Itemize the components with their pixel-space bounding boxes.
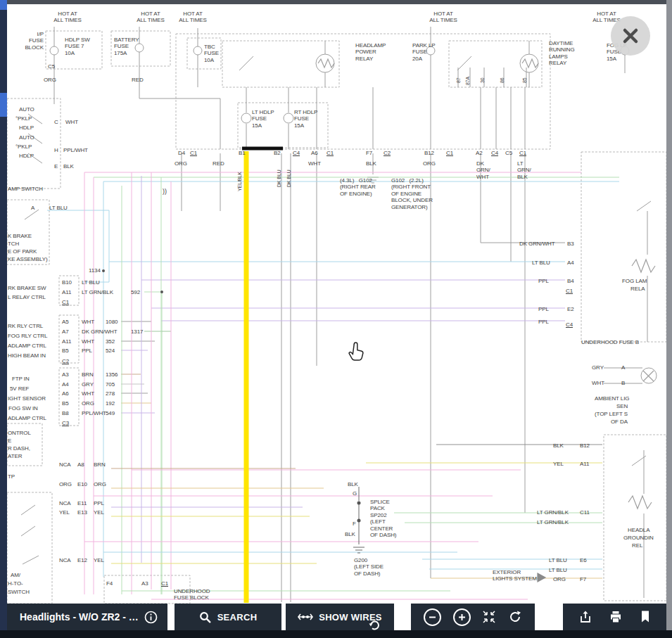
rotate-icon — [368, 619, 381, 632]
actions-segment — [563, 604, 666, 630]
reset-view-icon — [508, 610, 522, 624]
reset-view-button[interactable] — [508, 610, 522, 624]
window-frame-bottom — [0, 630, 672, 638]
search-icon — [199, 611, 211, 623]
zoom-in-button[interactable] — [453, 608, 471, 626]
rotate-button[interactable] — [368, 619, 381, 634]
bottom-toolbar: Headlights - W/O ZR2 - P... SEARCH — [7, 604, 666, 630]
zoom-in-icon — [458, 613, 466, 621]
app-window: HOT AT ALL TIMESHOT AT ALL TIMESHOT AT A… — [0, 0, 672, 638]
zoom-controls-segment — [411, 604, 535, 630]
window-frame-top — [0, 0, 672, 4]
diagram-title-segment: Headlights - W/O ZR2 - P... — [7, 604, 167, 630]
diagram-title: Headlights - W/O ZR2 - P... — [20, 611, 139, 623]
print-icon — [609, 610, 623, 624]
close-icon — [621, 27, 640, 45]
info-icon — [144, 611, 158, 624]
search-button[interactable]: SEARCH — [175, 604, 281, 630]
frame-accent-top — [0, 0, 7, 10]
frame-accent-mid — [0, 93, 7, 117]
fit-screen-button[interactable] — [482, 610, 496, 624]
close-button[interactable] — [611, 16, 650, 56]
share-icon — [578, 610, 592, 624]
scrollbar-track[interactable] — [666, 0, 672, 638]
wiring-diagram-svg[interactable] — [0, 0, 672, 638]
hand-cursor — [348, 342, 364, 364]
bookmark-button[interactable] — [640, 610, 651, 624]
print-button[interactable] — [609, 610, 623, 624]
zoom-out-icon — [429, 613, 436, 621]
search-label: SEARCH — [217, 612, 258, 623]
fit-screen-icon — [482, 610, 496, 624]
show-wires-icon — [298, 611, 313, 623]
info-button[interactable] — [144, 611, 158, 624]
bookmark-icon — [640, 610, 651, 624]
export-button[interactable] — [578, 610, 592, 624]
zoom-out-button[interactable] — [424, 608, 441, 626]
